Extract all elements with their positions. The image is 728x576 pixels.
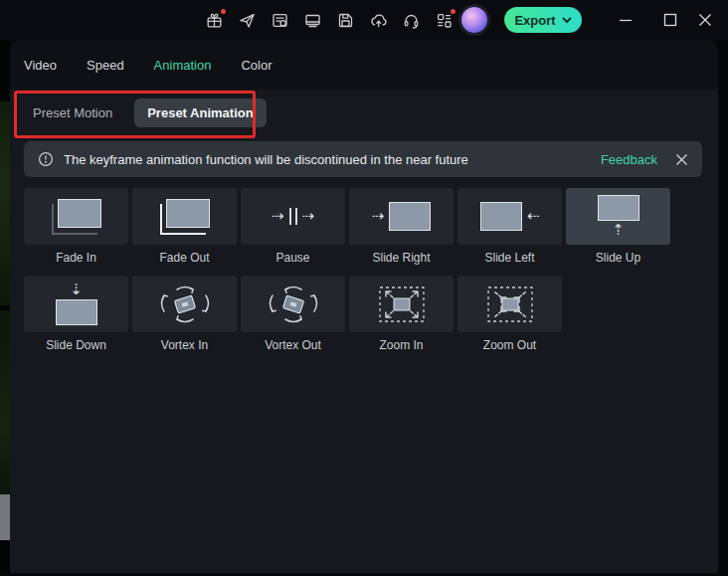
- gift-icon[interactable]: [205, 11, 224, 30]
- slide-left-icon: ⇠: [457, 188, 562, 245]
- tab-video[interactable]: Video: [24, 58, 57, 73]
- notification-dot: [221, 9, 226, 14]
- panel-tabbar: VideoSpeedAnimationColor: [10, 40, 718, 90]
- preset-animation-grid: Fade InFade Out⇢⇢Pause⇢Slide Right⇠Slide…: [24, 188, 670, 363]
- preset-vortex-out[interactable]: Vortex Out: [241, 276, 345, 363]
- preset-label: Zoom Out: [457, 338, 562, 352]
- preset-fade-out[interactable]: Fade Out: [132, 188, 237, 276]
- export-button-label: Export: [514, 13, 555, 28]
- preset-label: Slide Left: [457, 251, 562, 265]
- deprecation-banner: The keyframe animation function will be …: [24, 141, 702, 177]
- tab-speed[interactable]: Speed: [87, 58, 124, 73]
- save-icon[interactable]: [336, 11, 355, 30]
- info-icon: [38, 151, 54, 167]
- zoom-in-icon: [349, 276, 454, 332]
- preset-zoom-in[interactable]: Zoom In: [349, 276, 454, 363]
- maximize-button[interactable]: [655, 0, 685, 40]
- app-window: Export VideoSpeedAnimationColor: [0, 0, 728, 576]
- close-button[interactable]: [690, 0, 720, 40]
- subtab-preset-motion[interactable]: Preset Motion: [33, 105, 112, 120]
- chevron-down-icon: [562, 17, 572, 24]
- background-video-thumbnail: [0, 101, 10, 305]
- project-notes-icon[interactable]: [271, 11, 289, 30]
- titlebar-icon-group: [205, 0, 454, 40]
- headset-support-icon[interactable]: [402, 11, 421, 30]
- display-icon[interactable]: [303, 11, 322, 30]
- background-media-strip: [0, 40, 10, 573]
- background-video-thumbnail: [0, 310, 10, 505]
- preset-label: Fade In: [24, 251, 128, 265]
- banner-close-button[interactable]: [675, 153, 688, 166]
- preset-label: Zoom In: [349, 338, 454, 352]
- slide-up-icon: ⇡: [566, 188, 670, 245]
- slide-down-icon: ⇣: [24, 276, 128, 332]
- subtab-preset-animation[interactable]: Preset Animation: [134, 98, 266, 127]
- preset-label: Vortex In: [132, 338, 237, 352]
- preset-slide-up[interactable]: ⇡Slide Up: [566, 188, 670, 276]
- background-ui-fragment: [0, 494, 10, 540]
- preset-slide-down[interactable]: ⇣Slide Down: [24, 276, 128, 363]
- tab-color[interactable]: Color: [241, 58, 272, 73]
- send-icon[interactable]: [238, 11, 257, 30]
- preset-slide-right[interactable]: ⇢Slide Right: [349, 188, 454, 276]
- fade-in-icon: [24, 188, 128, 245]
- slide-right-icon: ⇢: [349, 188, 454, 245]
- preset-label: Slide Down: [24, 338, 128, 352]
- preset-label: Slide Up: [566, 251, 670, 265]
- preset-label: Vortex Out: [241, 338, 345, 352]
- tab-animation[interactable]: Animation: [154, 58, 212, 73]
- preset-label: Slide Right: [349, 251, 454, 265]
- zoom-out-icon: [457, 276, 562, 332]
- banner-message: The keyframe animation function will be …: [64, 152, 591, 167]
- preset-zoom-out[interactable]: Zoom Out: [457, 276, 562, 363]
- preset-slide-left[interactable]: ⇠Slide Left: [457, 188, 562, 276]
- preset-vortex-in[interactable]: Vortex In: [132, 276, 237, 363]
- minimize-button[interactable]: [611, 0, 640, 40]
- vortex-in-icon: [132, 276, 237, 332]
- close-icon: [698, 13, 712, 27]
- feedback-link[interactable]: Feedback: [601, 152, 657, 167]
- preset-fade-in[interactable]: Fade In: [24, 188, 128, 276]
- user-avatar[interactable]: [461, 7, 487, 33]
- notification-dot: [451, 9, 455, 14]
- vortex-out-icon: [241, 276, 345, 332]
- maximize-icon: [663, 13, 677, 27]
- banner-close-icon: [675, 153, 688, 166]
- preset-label: Fade Out: [132, 251, 237, 265]
- apps-grid-icon[interactable]: [435, 11, 454, 30]
- export-button[interactable]: Export: [504, 7, 582, 33]
- preset-label: Pause: [241, 251, 345, 265]
- pause-icon: ⇢⇢: [241, 188, 345, 245]
- properties-panel: VideoSpeedAnimationColor Preset MotionPr…: [10, 40, 718, 573]
- cloud-upload-icon[interactable]: [369, 11, 388, 30]
- preset-pause[interactable]: ⇢⇢Pause: [241, 188, 345, 276]
- minimize-icon: [619, 13, 633, 27]
- animation-subtabs: Preset MotionPreset Animation: [10, 90, 718, 135]
- fade-out-icon: [132, 188, 237, 245]
- titlebar: Export: [0, 0, 728, 40]
